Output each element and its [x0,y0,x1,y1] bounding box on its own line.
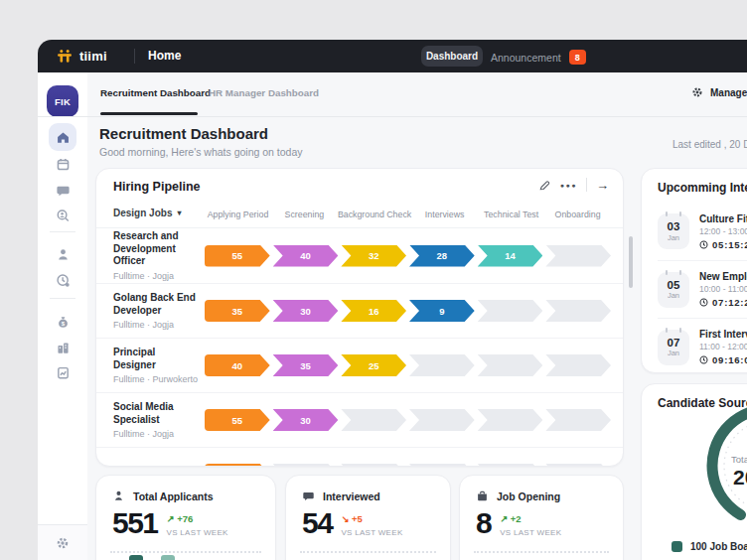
interview-title: New Employee Interview [699,271,747,282]
funnel-segment-empty [478,354,543,376]
announcement-label: Announcement [491,52,561,64]
pipeline-row: Principal DesignerFulltime · Purwokerto4… [96,338,623,392]
funnel-segment: 16 [341,300,406,322]
sidebar-item-company[interactable] [38,335,87,360]
home-nav-link[interactable]: Home [148,49,181,63]
money-bag-icon: $ [56,315,71,330]
stat-value: 551 [112,508,158,538]
sidebar-item-candidate-search[interactable] [38,203,87,228]
sidebar-item-reports[interactable] [38,359,87,385]
funnel-segment-empty [409,409,475,431]
stat-delta: ↗ +76 [167,513,194,524]
design-jobs-label: Design Jobs [113,208,172,218]
pipeline-row: Swift Developer [96,447,623,466]
interview-title: First Interview [699,329,747,340]
expand-arrow-icon[interactable]: → [596,179,609,192]
announcement-nav[interactable]: Announcement 8 [491,50,586,65]
pipeline-title: Hiring Pipeline [113,180,201,194]
sidebar-item-payroll[interactable]: $ [38,309,87,335]
stat-label: Interviewed [323,490,380,502]
legend-swatch [672,541,682,552]
funnel-segment: 14 [478,245,543,267]
last-edited-text: Last edited , 20 Dec [672,139,747,150]
stat-value: 54 [302,508,332,538]
design-jobs-dropdown[interactable]: Design Jobs ▾ [113,208,181,218]
interview-list: 03 Jan Culture Fit Interview 12:00 - 13:… [642,203,747,373]
divider [586,178,587,192]
interview-list-item[interactable]: 05 Jan New Employee Interview 10:00 - 11… [658,260,747,318]
stage-label: Onboarding [544,210,611,219]
funnel-segment [205,464,270,466]
sidebar-item-time[interactable] [38,267,87,293]
edit-pencil-icon[interactable] [538,179,551,192]
job-meta: Fulltime · Purwokerto [113,374,199,384]
funnel-segment: 55 [205,409,270,431]
stat-label: Total Applicants [133,490,214,502]
sidebar-item-messages[interactable] [38,177,87,203]
legend-item-job-boards: 100 Job Boards [672,541,747,552]
avatar[interactable]: FIK [47,85,78,117]
funnel-segment-empty [478,464,543,466]
funnel-segment: 55 [205,245,270,267]
gear-icon [691,86,703,98]
interview-title: Culture Fit Interview [699,213,747,224]
interview-time: 11:00 - 12:00 · with E [699,342,747,351]
manage-dashboard-button[interactable]: Manage Dashboard [691,86,747,98]
funnel-segment-empty [341,464,406,466]
interview-list-item[interactable]: 07 Jan First Interview 11:00 - 12:00 · w… [658,318,747,373]
funnel-segment: 40 [205,354,270,376]
clock-icon [699,298,708,307]
interview-date-chip: 05 Jan [658,272,689,308]
interview-date-chip: 03 Jan [658,213,689,249]
stage-label: Screening [271,210,338,219]
funnel-segment-empty [545,245,611,267]
interview-time: 12:00 - 13:00 · with [699,226,747,236]
logo-text: tiimi [79,49,107,64]
mini-bar [161,555,175,560]
stat-card-total-applicants: Total Applicants 551 ↗ +76 VS LAST WEEK [95,475,276,560]
funnel-segment-empty [273,464,339,466]
funnel-segment-empty [545,464,611,466]
funnel-segment-empty [478,300,543,322]
tab-recruitment-dashboard[interactable]: Recruitment Dashboard [100,87,211,98]
sidebar-item-employee[interactable] [38,241,87,267]
more-options-icon[interactable]: ●●● [560,182,577,189]
stage-label: Background Check [338,210,411,219]
calendar-icon [56,157,71,172]
top-bar: tiimi Home Dashboard Announcement 8 [38,40,747,72]
tab-hr-manager-dashboard[interactable]: HR Manager Dashboard [209,87,319,98]
mini-bar [129,555,143,560]
dashboard-nav-button[interactable]: Dashboard [421,46,483,67]
report-icon [56,365,71,380]
stat-label: Job Opening [497,490,560,502]
sidebar-item-calendar[interactable] [38,151,87,177]
home-icon [56,130,71,145]
funnel-segment: 35 [273,354,339,376]
clock-icon [56,273,71,288]
funnel-segment-empty [545,300,611,322]
interview-month: Jan [668,349,679,357]
sidebar-item-home[interactable] [38,124,87,150]
funnel-segment-empty [545,354,611,376]
funnel-segment: 30 [273,409,339,431]
gauge-center-label: Total Ca [731,454,747,465]
interview-day: 03 [668,220,680,233]
settings-gear-icon[interactable] [56,536,70,550]
dashed-divider [474,551,609,553]
pipeline-scrollbar[interactable] [629,236,633,288]
upcoming-interview-card: Upcomming Interview 03 Jan Culture Fit I… [641,168,747,373]
calendar-ring [666,211,668,216]
pipeline-row: Golang Back End DeveloperFulltime · Jogj… [96,283,623,338]
funnel-segment: 40 [273,245,339,267]
announcement-badge: 8 [569,50,586,65]
funnel-segment-empty [341,409,406,431]
stage-header-row: Applying PeriodScreeningBackground Check… [205,210,611,219]
interview-list-item[interactable]: 03 Jan Culture Fit Interview 12:00 - 13:… [658,203,747,260]
job-meta: Fulltime · Jogja [113,320,199,330]
stage-label: Interviews [411,210,478,219]
job-title: Research and Development Officer [113,230,199,268]
interview-time: 10:00 - 11:00 · with M [699,284,747,294]
page-subtitle: Good morning, Here's whats going on toda… [99,146,303,158]
chevron-down-icon: ▾ [177,209,181,217]
stat-value: 8 [476,508,491,538]
